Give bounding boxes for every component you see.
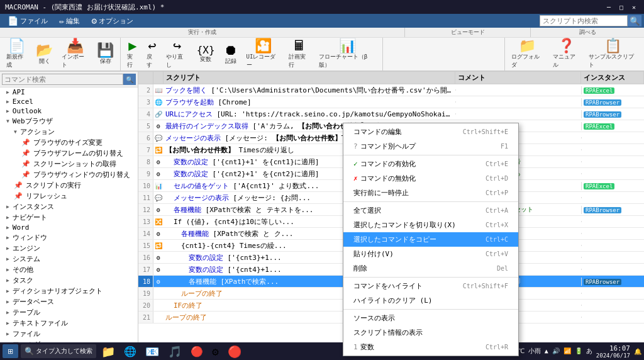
- ctx-cut-command[interactable]: 選択したコマンドを切り取り(X) Ctrl+X: [343, 218, 518, 232]
- tree-item-window[interactable]: ▶ウィンドウ: [0, 232, 138, 243]
- ctx-edit-command[interactable]: コマンドの編集 Ctrl+Shift+E: [343, 125, 518, 139]
- tree-item-dict[interactable]: ▶ディクショナリオブジェクト: [0, 286, 138, 296]
- undo-button[interactable]: ↩戻す: [143, 37, 161, 71]
- tree-item-instance[interactable]: ▶インスタンス: [0, 201, 138, 212]
- record-button[interactable]: ⏺記録: [220, 42, 242, 67]
- col-header-script: スクリプト: [164, 72, 455, 84]
- toolbar-section2-label: ビューモード: [405, 28, 531, 37]
- ctx-copy-command[interactable]: 選択したコマンドをコピー Ctrl+C: [343, 232, 518, 247]
- tree-item-other[interactable]: ▶その他: [0, 264, 138, 275]
- taskbar-app-pokemon[interactable]: 🔴: [224, 344, 245, 358]
- sidebar-search-bar: 🔍: [0, 72, 138, 87]
- col-header-comment: コメント: [455, 72, 581, 84]
- toolbar: 実行・作成 ビューモード 調べる 📄新規作成 📂開く 📥インポート 💾保存 ▶実…: [0, 28, 644, 72]
- taskbar-app-search[interactable]: 🔍 タイプ入力して検索: [21, 344, 96, 358]
- import-button[interactable]: 📥インポート: [58, 37, 92, 71]
- ctx-enable-command[interactable]: ✓コマンドの有効化 Ctrl+E: [343, 157, 518, 171]
- ctx-paste-command[interactable]: 貼り付け(V) Ctrl+V: [343, 247, 518, 261]
- menu-options[interactable]: ⚙ オプション: [86, 14, 138, 27]
- tree-item-browser-resize[interactable]: 📌ブラウザのサイズ変更: [0, 137, 138, 148]
- taskbar-app-edge[interactable]: 🌐: [120, 344, 140, 358]
- ctx-clear-highlight[interactable]: ハイライトのクリア (L): [343, 293, 518, 308]
- open-button[interactable]: 📂開く: [32, 42, 57, 67]
- tree-item-refresh[interactable]: 📌リフレッシュ: [0, 191, 138, 201]
- command-search-input[interactable]: [2, 74, 123, 85]
- tree-item-screenshot[interactable]: 📌スクリーンショットの取得: [0, 159, 138, 169]
- taskbar-app-explorer[interactable]: 📁: [97, 344, 119, 358]
- tree-item-webbrowser[interactable]: ▼Webブラウザ: [0, 116, 138, 127]
- taskbar-app-chrome[interactable]: 🔴: [187, 344, 207, 358]
- table-row[interactable]: 4 🔗 URLにアクセス [URL: 'https://track.seino.…: [138, 108, 644, 120]
- tree-item-script-run[interactable]: 📌スクリプトの実行: [0, 180, 138, 191]
- tree-item-browser-switch[interactable]: 📌ブラウザウィンドウの切り替え: [0, 169, 138, 180]
- variables-button[interactable]: {X}変数: [193, 43, 219, 65]
- taskbar-app-settings[interactable]: ⚙: [208, 344, 223, 358]
- menu-edit[interactable]: ✏️ 編集: [54, 14, 85, 27]
- tree-item-table[interactable]: ▶テーブル: [0, 307, 138, 318]
- taskbar-app-media[interactable]: 🎵: [164, 344, 186, 358]
- sidebar: 🔍 ▶API ▶Excel ▶Outlook ▼Webブラウザ ▼アクション 📌…: [0, 72, 138, 344]
- script-header: スクリプト コメント インスタンス: [138, 72, 644, 84]
- tree-item-word[interactable]: ▶Word: [0, 223, 138, 232]
- minimize-button[interactable]: ─: [604, 3, 614, 11]
- title-text: MACROMAN - (関東西濃 お届け状況確認.xml) *: [5, 3, 164, 12]
- tree-item-textfile[interactable]: ▶テキストファイル: [0, 318, 138, 329]
- sample-button[interactable]: 📋サンプルスクリプト: [585, 37, 641, 71]
- script-search-input[interactable]: [540, 15, 628, 26]
- close-button[interactable]: ✕: [629, 3, 639, 11]
- sidebar-tree: ▶API ▶Excel ▶Outlook ▼Webブラウザ ▼アクション 📌ブラ…: [0, 87, 138, 344]
- ctx-highlight-command[interactable]: コマンドをハイライト Ctrl+Shift+F: [343, 279, 518, 293]
- tree-item-engine[interactable]: ▶エンジン: [0, 243, 138, 254]
- script-search-button[interactable]: 🔍: [628, 15, 641, 26]
- tree-item-file[interactable]: ▶ファイル: [0, 329, 138, 339]
- tree-item-action[interactable]: ▼アクション: [0, 127, 138, 137]
- table-row[interactable]: 3 🌐 ブラウザを起動 [Chrome] RPABrowser: [138, 96, 644, 108]
- tree-item-excel[interactable]: ▶Excel: [0, 97, 138, 106]
- ui-recorder-button[interactable]: 🎦UIレコーダー: [243, 37, 284, 71]
- toolbar-section1-label: 実行・作成: [0, 28, 405, 37]
- ctx-show-source[interactable]: ソースの表示: [343, 311, 518, 325]
- ctx-separator-1: [343, 155, 518, 155]
- menu-file[interactable]: 📄 ファイル: [3, 14, 53, 27]
- taskbar-app-mail[interactable]: 📧: [142, 344, 163, 358]
- calc-run-button[interactable]: 🖩計画実行: [285, 37, 314, 71]
- tree-item-database[interactable]: ▶データベース: [0, 296, 138, 307]
- taskbar-clock[interactable]: 16:07 2024/06/17: [596, 344, 630, 359]
- main-area: 🔍 ▶API ▶Excel ▶Outlook ▼Webブラウザ ▼アクション 📌…: [0, 72, 644, 344]
- table-row[interactable]: 2 📖 ブックを開く ['C:\Users\Administrator\Docu…: [138, 84, 644, 96]
- tree-item-outlook[interactable]: ▶Outlook: [0, 106, 138, 116]
- ctx-script-info[interactable]: スクリプト情報の表示: [343, 325, 518, 340]
- ctx-select-all[interactable]: 全て選択 Ctrl+A: [343, 203, 518, 218]
- tree-item-api[interactable]: ▶API: [0, 87, 138, 97]
- run-button[interactable]: ▶実行: [123, 37, 142, 71]
- new-button[interactable]: 📄新規作成: [3, 37, 31, 71]
- flowchart-button[interactable]: 📊フローチャート（β版）: [315, 37, 380, 71]
- taskbar-icons: ▲ 🔊 📶 🔋 あ: [545, 347, 592, 356]
- toolbar-section3-label: 調べる: [531, 28, 644, 37]
- save-button[interactable]: 💾保存: [93, 42, 118, 67]
- menubar: 📄 ファイル ✏️ 編集 ⚙ オプション 🔍: [0, 14, 644, 28]
- tree-item-task[interactable]: ▶タスク: [0, 275, 138, 286]
- log-folder-button[interactable]: 📁ログフォルダ: [508, 37, 548, 71]
- redo-button[interactable]: ↪やり直し: [162, 37, 191, 71]
- col-header-instance: インスタンス: [581, 72, 644, 84]
- search-area: 🔍: [540, 15, 641, 26]
- tree-item-navigate[interactable]: ▶ナビゲート: [0, 212, 138, 223]
- taskbar: ⊞ 🔍 タイプ入力して検索 📁 🌐 📧 🎵 🔴 ⚙ 🔴 🌧 31℃ 小雨 ▲ 🔊…: [0, 342, 644, 360]
- ctx-pause-before[interactable]: 実行前に一時停止 Ctrl+P: [343, 186, 518, 200]
- toolbar-inner: 実行・作成 ビューモード 調べる: [0, 28, 644, 38]
- manual-button[interactable]: ❓マニュアル: [549, 37, 584, 71]
- ctx-disable-command[interactable]: ✗コマンドの無効化 Ctrl+D: [343, 171, 518, 186]
- command-search-button[interactable]: 🔍: [123, 74, 136, 85]
- taskbar-notification[interactable]: 🔔: [634, 348, 641, 355]
- ctx-variables[interactable]: 1変数 Ctrl+R: [343, 340, 518, 354]
- ctx-delete-command[interactable]: 削除 Del: [343, 261, 518, 276]
- tree-item-browser-frame[interactable]: 📌ブラウザフレームの切り替え: [0, 148, 138, 159]
- ctx-separator-2: [343, 201, 518, 202]
- titlebar: MACROMAN - (関東西濃 お届け状況確認.xml) * ─ □ ✕: [0, 0, 644, 14]
- context-menu: コマンドの編集 Ctrl+Shift+E ?コマンド別ヘルプ F1 ✓コマンドの…: [343, 123, 519, 356]
- ctx-command-help[interactable]: ?コマンド別ヘルプ F1: [343, 139, 518, 154]
- taskbar-start-button[interactable]: ⊞: [3, 344, 18, 358]
- tree-item-system[interactable]: ▶システム: [0, 254, 138, 264]
- maximize-button[interactable]: □: [616, 3, 626, 11]
